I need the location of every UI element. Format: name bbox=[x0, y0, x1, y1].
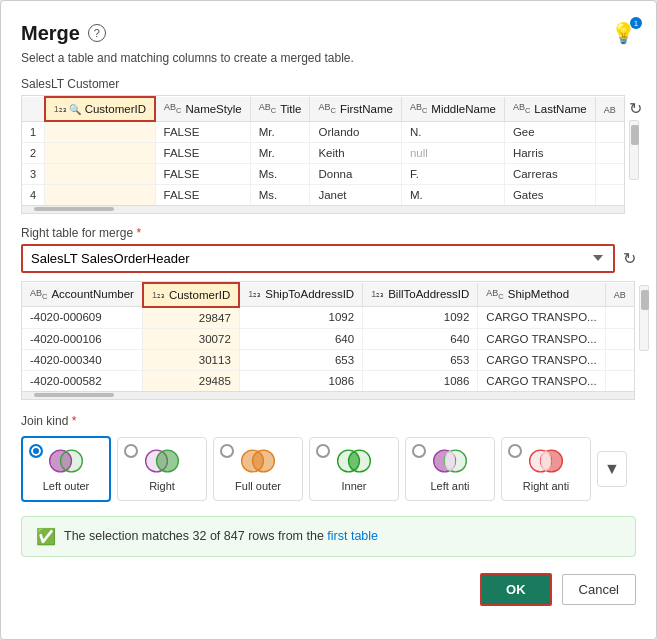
th-firstname-label: FirstName bbox=[340, 103, 393, 115]
cell-bill-4: 1086 bbox=[363, 370, 478, 391]
cell-fn-2: Keith bbox=[310, 142, 401, 163]
th-billtoaddress[interactable]: 1₂₃ BillToAddressID bbox=[363, 283, 478, 307]
cell-an-1: -4020-000609 bbox=[22, 307, 143, 329]
table-row: -4020-000609 29847 1092 1092 CARGO TRANS… bbox=[22, 307, 634, 329]
cell-an-4: -4020-000582 bbox=[22, 370, 143, 391]
cell-mn-4: M. bbox=[401, 184, 504, 205]
cell-rex-4 bbox=[605, 370, 634, 391]
top-table-refresh-button[interactable]: ↻ bbox=[629, 99, 642, 118]
cell-ln-2: Harris bbox=[504, 142, 595, 163]
lightbulb-badge: 1 bbox=[630, 17, 642, 29]
cell-cid-2 bbox=[45, 142, 155, 163]
cell-fn-1: Orlando bbox=[310, 121, 401, 142]
right-table-refresh-button[interactable]: ↻ bbox=[623, 249, 636, 268]
success-check-icon: ✅ bbox=[36, 527, 56, 546]
join-right-anti-label: Right anti bbox=[523, 480, 569, 492]
th-shipmethod[interactable]: ABC ShipMethod bbox=[478, 283, 605, 307]
top-table-name: SalesLT Customer bbox=[21, 77, 636, 91]
cell-cid-4 bbox=[45, 184, 155, 205]
table-row: 3 FALSE Ms. Donna F. Carreras bbox=[22, 163, 624, 184]
th-right-extra: AB bbox=[605, 283, 634, 307]
cell-rex-1 bbox=[605, 307, 634, 329]
ok-button[interactable]: OK bbox=[480, 573, 552, 606]
join-right-radio bbox=[124, 444, 138, 458]
join-left-outer[interactable]: Left outer bbox=[21, 436, 111, 502]
right-table-container: ABC AccountNumber 1₂₃ CustomerID bbox=[21, 281, 636, 400]
th-shiptoaddress[interactable]: 1₂₃ ShipToAddressID bbox=[239, 283, 362, 307]
th-customerid-label: CustomerID bbox=[85, 103, 146, 115]
dialog-title: Merge bbox=[21, 22, 80, 45]
th-customerid[interactable]: 1₂₃ 🔍 CustomerID bbox=[45, 97, 155, 121]
search-icon-customerid: 🔍 bbox=[69, 104, 81, 115]
join-inner-radio bbox=[316, 444, 330, 458]
top-table-outer: 1₂₃ 🔍 CustomerID ABC NameStyle bbox=[21, 95, 625, 214]
merge-dialog: Merge ? 💡 1 Select a table and matching … bbox=[0, 0, 657, 640]
cell-mn-2: null bbox=[401, 142, 504, 163]
col-type-ship: 1₂₃ bbox=[248, 289, 261, 299]
cell-ex-1 bbox=[595, 121, 624, 142]
th-namestyle[interactable]: ABC NameStyle bbox=[155, 97, 250, 121]
top-table-scrollbar[interactable] bbox=[22, 205, 624, 213]
cell-mn-3: F. bbox=[401, 163, 504, 184]
required-star-join: * bbox=[72, 414, 77, 428]
right-table-label: Right table for merge * bbox=[21, 226, 636, 240]
th-accountnumber[interactable]: ABC AccountNumber bbox=[22, 283, 143, 307]
top-table-vert-scroll[interactable] bbox=[629, 120, 639, 180]
cell-ship-1: 1092 bbox=[239, 307, 362, 329]
join-kind-label: Join kind * bbox=[21, 414, 636, 428]
th-bill-label: BillToAddressID bbox=[388, 288, 469, 300]
th-an-label: AccountNumber bbox=[51, 288, 133, 300]
th-title-label: Title bbox=[280, 103, 301, 115]
cell-rcid-4: 29485 bbox=[143, 370, 239, 391]
table-row: 1 FALSE Mr. Orlando N. Gee bbox=[22, 121, 624, 142]
join-left-anti[interactable]: Left anti bbox=[405, 437, 495, 501]
col-type-right-extra: AB bbox=[614, 290, 626, 300]
th-customerid-right[interactable]: 1₂₃ CustomerID bbox=[143, 283, 239, 307]
join-left-anti-label: Left anti bbox=[430, 480, 469, 492]
th-title[interactable]: ABC Title bbox=[250, 97, 310, 121]
dialog-footer: OK Cancel bbox=[21, 573, 636, 606]
col-type-cid-right: 1₂₃ bbox=[152, 290, 165, 300]
join-left-outer-radio bbox=[29, 444, 43, 458]
join-inner-label: Inner bbox=[341, 480, 366, 492]
dialog-header: Merge ? 💡 1 bbox=[21, 21, 636, 45]
col-type-bill: 1₂₃ bbox=[371, 289, 384, 299]
cell-bill-1: 1092 bbox=[363, 307, 478, 329]
status-highlight: first table bbox=[327, 529, 378, 543]
required-star-right: * bbox=[136, 226, 141, 240]
svg-point-3 bbox=[157, 450, 179, 472]
right-table-scrollbar[interactable] bbox=[22, 391, 634, 399]
th-middlename[interactable]: ABC MiddleName bbox=[401, 97, 504, 121]
rownum-4: 4 bbox=[22, 184, 45, 205]
join-right-anti[interactable]: Right anti bbox=[501, 437, 591, 501]
cell-ns-4: FALSE bbox=[155, 184, 250, 205]
help-icon[interactable]: ? bbox=[88, 24, 106, 42]
join-left-outer-icon bbox=[46, 446, 86, 476]
col-type-sm: ABC bbox=[486, 288, 503, 301]
cell-ship-2: 640 bbox=[239, 328, 362, 349]
cell-ns-2: FALSE bbox=[155, 142, 250, 163]
join-inner[interactable]: Inner bbox=[309, 437, 399, 501]
col-type-icon-customerid: 1₂₃ bbox=[54, 104, 67, 114]
cell-an-3: -4020-000340 bbox=[22, 349, 143, 370]
cell-ln-4: Gates bbox=[504, 184, 595, 205]
table-row: 2 FALSE Mr. Keith null Harris bbox=[22, 142, 624, 163]
join-right[interactable]: Right bbox=[117, 437, 207, 501]
cell-t-3: Ms. bbox=[250, 163, 310, 184]
th-middlename-label: MiddleName bbox=[431, 103, 496, 115]
join-options: Left outer Right Full outer bbox=[21, 436, 636, 502]
svg-point-8 bbox=[349, 451, 360, 471]
join-full-outer-icon bbox=[238, 446, 278, 476]
th-lastname[interactable]: ABC LastName bbox=[504, 97, 595, 121]
right-table-vert-thumb bbox=[641, 290, 649, 310]
cancel-button[interactable]: Cancel bbox=[562, 574, 636, 605]
right-table-select[interactable]: SalesLT SalesOrderHeader bbox=[21, 244, 615, 273]
table-row: -4020-000582 29485 1086 1086 CARGO TRANS… bbox=[22, 370, 634, 391]
join-full-outer[interactable]: Full outer bbox=[213, 437, 303, 501]
join-more-button[interactable]: ▼ bbox=[597, 451, 627, 487]
th-sm-label: ShipMethod bbox=[508, 288, 569, 300]
th-firstname[interactable]: ABC FirstName bbox=[310, 97, 401, 121]
chevron-down-icon: ▼ bbox=[604, 460, 620, 478]
rownum-3: 3 bbox=[22, 163, 45, 184]
right-table-vert-scroll[interactable] bbox=[639, 285, 649, 351]
